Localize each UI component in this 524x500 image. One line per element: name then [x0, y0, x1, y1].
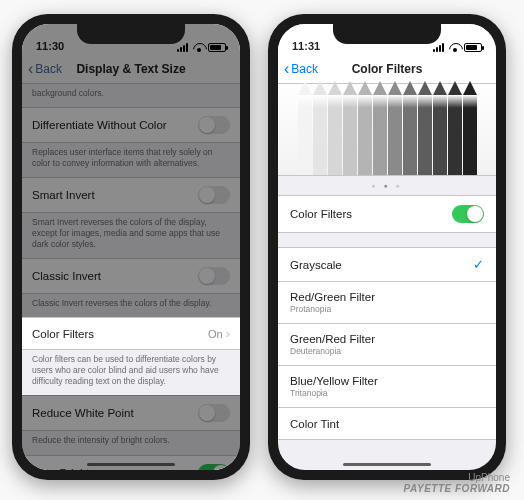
page-title: Color Filters — [278, 62, 496, 76]
toggle-differentiate[interactable] — [198, 116, 230, 134]
status-indicators — [433, 43, 482, 52]
option-sub: Tritanopia — [290, 388, 378, 398]
status-indicators — [177, 43, 226, 52]
watermark: UpPhone PAYETTE FORWARD — [404, 472, 510, 494]
option-label: Blue/Yellow Filter — [290, 375, 378, 387]
row-footer: Classic Invert reverses the colors of th… — [22, 294, 240, 317]
row-smart-invert[interactable]: Smart Invert — [22, 177, 240, 213]
wifi-icon — [193, 43, 205, 52]
pencil-icon — [388, 95, 402, 175]
row-differentiate-without-color[interactable]: Differentiate Without Color — [22, 107, 240, 143]
watermark-line1: UpPhone — [404, 472, 510, 483]
phone-left: 11:30 ‹ Back Display & Text Size backgro… — [12, 14, 250, 480]
row-label: Color Filters — [290, 208, 352, 220]
pencil-icon — [358, 95, 372, 175]
row-detail: On › — [208, 326, 230, 341]
row-footer: Color filters can be used to differentia… — [22, 350, 240, 395]
pencil-icon — [463, 95, 477, 175]
row-label: Color Filters — [32, 328, 94, 340]
pencil-icon — [298, 95, 312, 175]
home-indicator[interactable] — [343, 463, 431, 467]
toggle-reduce-white-point[interactable] — [198, 404, 230, 422]
toggle-color-filters[interactable] — [452, 205, 484, 223]
battery-icon — [464, 43, 482, 52]
toggle-smart-invert[interactable] — [198, 186, 230, 204]
pencil-preview[interactable] — [278, 84, 496, 176]
nav-bar: ‹ Back Display & Text Size — [22, 54, 240, 84]
row-footer: Replaces user interface items that rely … — [22, 143, 240, 177]
option-green-red[interactable]: Green/Red Filter Deuteranopia — [278, 324, 496, 366]
pencil-icon — [373, 95, 387, 175]
row-label: Auto-Brightness — [32, 467, 114, 470]
toggle-auto-brightness[interactable] — [198, 464, 230, 470]
row-label: Classic Invert — [32, 270, 101, 282]
signal-icon — [433, 43, 446, 52]
toggle-classic-invert[interactable] — [198, 267, 230, 285]
page-dots[interactable]: ● ● ● — [278, 176, 496, 195]
row-footer: Reduce the intensity of bright colors. — [22, 431, 240, 454]
option-grayscale[interactable]: Grayscale ✓ — [278, 247, 496, 282]
option-label: Color Tint — [290, 418, 339, 430]
screen-display-text-size: 11:30 ‹ Back Display & Text Size backgro… — [22, 24, 240, 470]
row-label: Differentiate Without Color — [32, 119, 167, 131]
signal-icon — [177, 43, 190, 52]
row-reduce-white-point[interactable]: Reduce White Point — [22, 395, 240, 431]
section-gap — [278, 233, 496, 247]
wifi-icon — [449, 43, 461, 52]
pencil-icon — [418, 95, 432, 175]
row-label: Smart Invert — [32, 189, 95, 201]
truncated-footer: background colors. — [22, 84, 240, 107]
pencil-icon — [343, 95, 357, 175]
nav-bar: ‹ Back Color Filters — [278, 54, 496, 84]
checkmark-icon: ✓ — [473, 257, 484, 272]
home-indicator[interactable] — [87, 463, 175, 467]
option-red-green[interactable]: Red/Green Filter Protanopia — [278, 282, 496, 324]
option-sub: Protanopia — [290, 304, 375, 314]
row-classic-invert[interactable]: Classic Invert — [22, 258, 240, 294]
option-label: Grayscale — [290, 259, 342, 271]
pencil-icon — [403, 95, 417, 175]
option-blue-yellow[interactable]: Blue/Yellow Filter Tritanopia — [278, 366, 496, 408]
page-title: Display & Text Size — [22, 62, 240, 76]
settings-list: background colors. Differentiate Without… — [22, 84, 240, 470]
option-color-tint[interactable]: Color Tint — [278, 408, 496, 440]
notch — [77, 24, 185, 44]
option-sub: Deuteranopia — [290, 346, 375, 356]
row-color-filters[interactable]: Color Filters On › — [22, 317, 240, 350]
pencil-icon — [448, 95, 462, 175]
status-time: 11:31 — [292, 40, 320, 52]
row-label: Reduce White Point — [32, 407, 134, 419]
color-filters-content: ● ● ● Color Filters Grayscale ✓ Red/Gree… — [278, 84, 496, 440]
pencil-icon — [313, 95, 327, 175]
screen-color-filters: 11:31 ‹ Back Color Filters ● ● ● Col — [278, 24, 496, 470]
phone-right: 11:31 ‹ Back Color Filters ● ● ● Col — [268, 14, 506, 480]
chevron-right-icon: › — [226, 326, 230, 341]
watermark-line2: PAYETTE FORWARD — [404, 483, 510, 494]
row-value: On — [208, 328, 223, 340]
option-label: Red/Green Filter — [290, 291, 375, 303]
row-color-filters-toggle[interactable]: Color Filters — [278, 195, 496, 233]
notch — [333, 24, 441, 44]
option-label: Green/Red Filter — [290, 333, 375, 345]
pencil-icon — [433, 95, 447, 175]
row-footer: Smart Invert reverses the colors of the … — [22, 213, 240, 258]
pencil-icon — [328, 95, 342, 175]
status-time: 11:30 — [36, 40, 64, 52]
battery-icon — [208, 43, 226, 52]
